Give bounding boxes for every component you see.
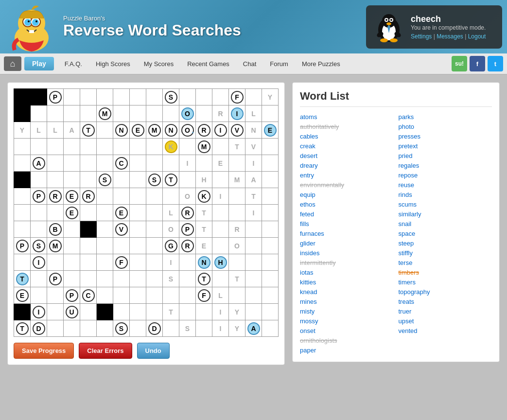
grid-cell[interactable]: T [163,304,179,320]
grid-cell[interactable]: I [212,188,229,205]
grid-cell[interactable] [179,139,196,155]
grid-cell[interactable]: A [64,122,80,139]
word-item[interactable]: misty [300,307,394,315]
word-item[interactable]: pried [399,152,492,160]
grid-cell[interactable]: M [146,122,163,139]
grid-cell[interactable]: I [212,304,229,320]
grid-cell[interactable] [47,320,64,337]
grid-cell[interactable]: E [113,205,130,221]
grid-cell[interactable] [47,287,64,304]
grid-cell[interactable] [196,89,212,105]
grid-cell[interactable] [262,320,279,337]
grid-cell[interactable] [130,105,146,122]
undo-button[interactable]: Undo [137,343,170,359]
grid-cell[interactable]: I [212,320,229,337]
nav-highscores[interactable]: High Scores [89,60,137,68]
grid-cell[interactable] [97,155,113,172]
grid-cell[interactable] [64,105,80,122]
grid-cell[interactable] [97,139,113,155]
word-item[interactable]: knead [300,288,394,296]
grid-cell[interactable] [262,287,279,304]
grid-cell[interactable] [97,205,113,221]
grid-cell[interactable] [229,287,245,304]
grid-cell[interactable] [163,287,179,304]
grid-cell[interactable] [31,139,47,155]
word-item[interactable]: mossy [300,317,394,325]
grid-cell[interactable]: Y [229,304,245,320]
grid-cell[interactable] [245,287,262,304]
word-item[interactable]: photo [399,122,492,131]
settings-link[interactable]: Settings [411,33,432,40]
grid-cell[interactable] [130,172,146,188]
grid-cell[interactable]: T [196,221,212,238]
word-item[interactable]: snail [399,220,492,228]
word-item[interactable]: equip [300,191,394,199]
grid-cell[interactable] [31,287,47,304]
grid-cell[interactable]: O [229,238,245,254]
grid-cell[interactable]: L [245,105,262,122]
twitter-button[interactable]: t [488,56,503,71]
word-item[interactable]: entry [300,171,394,179]
grid-cell[interactable]: D [146,320,163,337]
grid-cell[interactable] [14,89,31,105]
grid-cell[interactable] [146,155,163,172]
grid-cell[interactable] [229,155,245,172]
grid-cell[interactable]: B [47,221,64,238]
grid-cell[interactable] [245,221,262,238]
grid-cell[interactable]: K [163,139,179,155]
grid-cell[interactable] [64,254,80,271]
grid-cell[interactable] [245,254,262,271]
grid-cell[interactable] [31,172,47,188]
grid-cell[interactable]: I [163,254,179,271]
grid-cell[interactable]: A [245,320,262,337]
grid-cell[interactable] [14,105,31,122]
word-item[interactable]: iotas [300,268,394,277]
grid-cell[interactable] [130,155,146,172]
grid-cell[interactable] [14,188,31,205]
grid-cell[interactable] [64,221,80,238]
grid-cell[interactable] [163,105,179,122]
grid-cell[interactable] [80,172,97,188]
grid-cell[interactable] [146,271,163,287]
grid-cell[interactable]: T [163,172,179,188]
grid-cell[interactable] [97,254,113,271]
grid-cell[interactable] [146,205,163,221]
grid-cell[interactable]: R [212,105,229,122]
grid-cell[interactable] [262,221,279,238]
word-item[interactable]: onset [300,327,394,335]
grid-area[interactable]: PSFYMORILYLLATNEMNORIVNEKMTVACIEISSTHMAP… [14,88,279,337]
grid-cell[interactable] [130,221,146,238]
grid-cell[interactable] [97,221,113,238]
puzzle-grid[interactable]: PSFYMORILYLLATNEMNORIVNEKMTVACIEISSTHMAP… [14,88,279,337]
grid-cell[interactable]: O [179,188,196,205]
grid-cell[interactable] [262,188,279,205]
word-item[interactable]: furnaces [300,229,394,238]
grid-cell[interactable] [31,271,47,287]
grid-cell[interactable] [130,238,146,254]
grid-cell[interactable]: G [163,238,179,254]
grid-cell[interactable]: H [212,254,229,271]
word-item[interactable]: similarly [399,210,492,218]
grid-cell[interactable] [80,271,97,287]
grid-cell[interactable]: L [47,122,64,139]
grid-cell[interactable] [97,271,113,287]
grid-cell[interactable] [80,105,97,122]
word-item[interactable]: vented [399,327,492,335]
grid-cell[interactable] [113,188,130,205]
word-item[interactable]: ornithologists [300,336,394,345]
grid-cell[interactable]: I [31,304,47,320]
grid-cell[interactable] [97,89,113,105]
grid-cell[interactable] [146,304,163,320]
grid-cell[interactable] [262,172,279,188]
grid-cell[interactable]: T [245,188,262,205]
word-item[interactable]: rinds [399,191,492,199]
grid-cell[interactable] [80,89,97,105]
grid-cell[interactable]: I [245,205,262,221]
grid-cell[interactable]: P [14,238,31,254]
home-button[interactable]: ⌂ [4,56,21,71]
word-item[interactable]: authoritatively [300,122,394,131]
grid-cell[interactable] [97,238,113,254]
grid-cell[interactable] [47,304,64,320]
grid-cell[interactable] [47,254,64,271]
grid-cell[interactable]: M [47,238,64,254]
